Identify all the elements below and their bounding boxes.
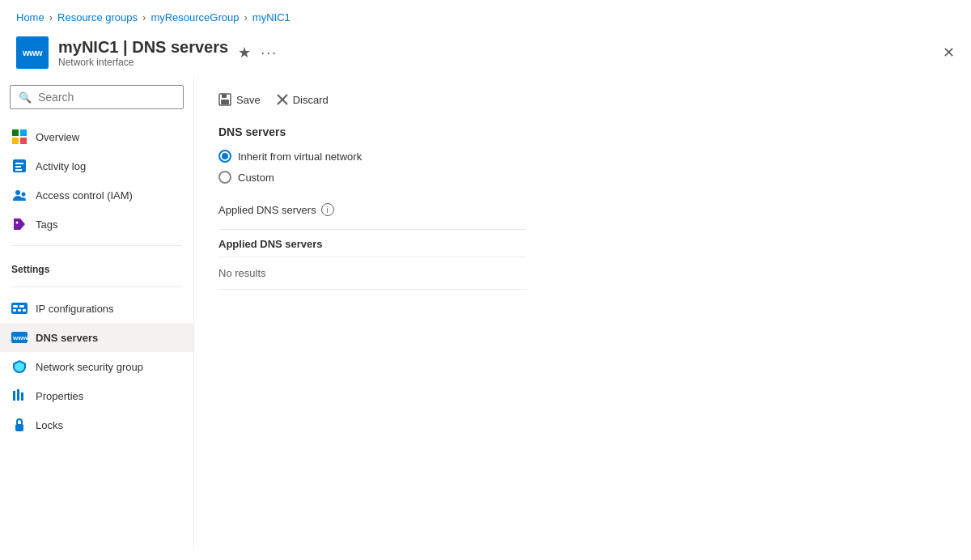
svg-rect-22 [15,424,23,431]
discard-icon [277,94,288,105]
svg-rect-24 [222,94,227,98]
sidebar-item-overview[interactable]: Overview [0,122,193,151]
applied-dns-text: Applied DNS servers [218,204,316,216]
sidebar-item-label: Overview [36,131,79,143]
nsg-icon [11,358,28,375]
svg-point-8 [15,190,20,195]
toolbar: Save Discard [218,90,947,109]
search-box[interactable]: 🔍 [10,85,184,109]
favorite-button[interactable]: ★ [238,44,251,62]
svg-point-10 [16,222,19,224]
discard-label: Discard [293,94,329,106]
radio-inherit[interactable]: Inherit from virtual network [218,150,947,163]
radio-inherit-label: Inherit from virtual network [238,151,362,163]
svg-text:www: www [12,334,28,342]
sidebar-item-label: Properties [36,390,83,402]
info-icon[interactable]: i [321,203,334,216]
lock-icon [11,417,28,433]
sidebar-item-label: Activity log [36,160,86,172]
sidebar-item-properties[interactable]: Properties [0,381,193,410]
sidebar-item-nsg[interactable]: Network security group [0,352,193,381]
sidebar: 🔍 Overview [0,77,194,548]
svg-rect-2 [12,138,19,144]
radio-custom[interactable]: Custom [218,171,947,184]
svg-rect-14 [13,309,16,312]
settings-divider [11,286,182,287]
page-title: myNIC1 | DNS servers [58,38,228,57]
svg-rect-15 [18,309,21,312]
svg-rect-6 [15,166,21,168]
svg-rect-16 [23,309,26,312]
save-icon [218,93,231,106]
breadcrumb: Home › Resource groups › myResourceGroup… [0,0,971,32]
sidebar-item-label: Network security group [36,361,143,373]
dns-no-results: No results [218,257,526,290]
sidebar-item-tags[interactable]: Tags [0,210,193,239]
icon-www-text: www [23,49,42,57]
overview-icon [11,129,28,145]
sidebar-divider [11,245,182,246]
more-options-button[interactable]: ··· [261,45,278,62]
radio-custom-circle [218,171,231,184]
sidebar-item-label: Tags [36,218,57,231]
activity-log-icon [11,158,28,174]
radio-custom-label: Custom [238,172,274,184]
svg-rect-13 [19,305,24,308]
svg-rect-20 [17,389,19,401]
iam-icon [11,187,28,203]
resource-type: Network interface [58,57,228,68]
sidebar-item-dns-servers[interactable]: www DNS servers [0,323,193,352]
breadcrumb-resource-group[interactable]: myResourceGroup [151,11,239,23]
sidebar-item-activity-log[interactable]: Activity log [0,151,193,180]
resource-icon: www [16,36,49,69]
svg-point-9 [22,193,26,197]
settings-section-label: Settings [0,252,193,280]
svg-rect-25 [221,100,229,104]
dns-table: Applied DNS servers No results [218,229,526,290]
radio-inherit-circle [218,150,231,163]
svg-rect-21 [21,392,23,401]
svg-rect-19 [13,391,15,401]
svg-rect-3 [20,138,27,144]
save-label: Save [236,94,261,106]
breadcrumb-resource-groups[interactable]: Resource groups [57,11,138,23]
main-layout: 🔍 Overview [0,77,971,548]
main-content: Save Discard DNS servers Inherit from vi… [194,77,971,548]
svg-rect-12 [13,305,18,308]
dns-section-title: DNS servers [218,125,947,138]
sidebar-item-locks[interactable]: Locks [0,410,193,439]
svg-rect-0 [12,129,19,136]
page-header: www myNIC1 | DNS servers Network interfa… [0,32,971,77]
svg-rect-1 [20,129,27,136]
applied-dns-label: Applied DNS servers i [218,203,947,216]
save-button[interactable]: Save [218,90,261,109]
breadcrumb-home[interactable]: Home [16,11,45,23]
discard-button[interactable]: Discard [277,91,329,109]
tags-icon [11,216,28,232]
svg-rect-11 [11,303,28,314]
svg-rect-7 [15,169,22,171]
ip-config-icon [11,300,28,316]
sidebar-item-iam[interactable]: Access control (IAM) [0,180,193,210]
svg-rect-5 [15,163,23,164]
sidebar-item-label: IP configurations [36,303,114,315]
dns-radio-group: Inherit from virtual network Custom [218,150,947,184]
sidebar-item-label: DNS servers [36,332,98,344]
properties-icon [11,388,28,404]
sidebar-item-ip-configurations[interactable]: IP configurations [0,294,193,323]
dns-icon: www [11,329,28,346]
sidebar-item-label: Access control (IAM) [36,189,133,202]
search-input[interactable] [38,91,175,104]
dns-table-header: Applied DNS servers [218,230,526,257]
sidebar-item-label: Locks [36,419,63,431]
close-button[interactable]: ✕ [943,44,955,62]
search-icon: 🔍 [19,91,32,104]
breadcrumb-nic[interactable]: myNIC1 [252,11,290,23]
